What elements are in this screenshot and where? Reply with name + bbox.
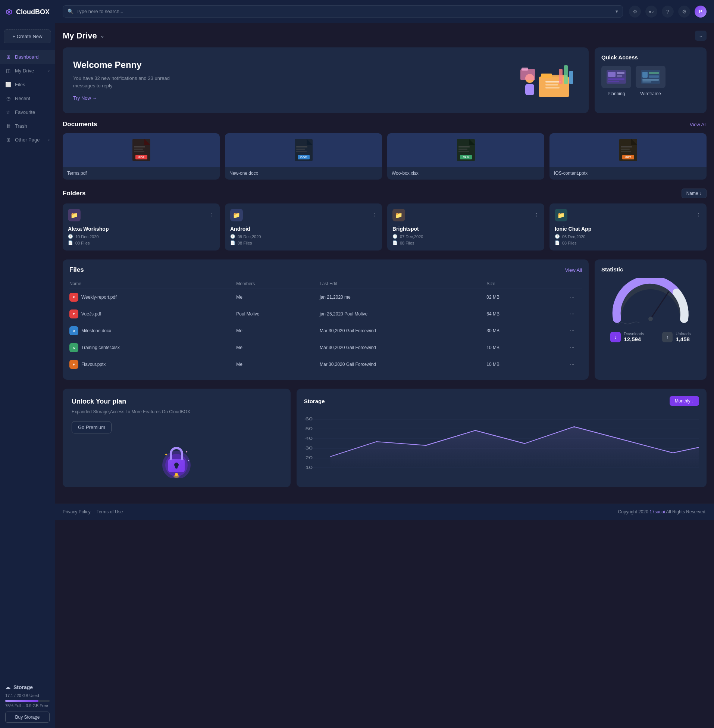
folder-card-ionic[interactable]: 📁 ⋮ Ionic Chat App 🕐 06 Dec,2020 📄 08 Fi… [549, 203, 706, 251]
quick-access-item-planning[interactable]: Planning [602, 66, 631, 96]
page-title-dropdown-button[interactable]: ⌄ [695, 31, 706, 41]
svg-rect-31 [134, 146, 145, 147]
svg-rect-32 [134, 149, 143, 150]
svg-rect-55 [621, 146, 632, 147]
row-more-btn[interactable]: ⋯ [570, 311, 582, 317]
search-input[interactable] [76, 9, 612, 14]
avatar[interactable]: P [694, 6, 706, 18]
files-view-all-link[interactable]: View All [565, 267, 582, 273]
folder-more-android[interactable]: ⋮ [372, 212, 377, 218]
folder-card-top-brightspot: 📁 ⋮ [393, 209, 539, 221]
file-size: 10 MB [486, 345, 570, 350]
upload-icon: ↑ [662, 332, 673, 342]
header: 🔍 ▾ ⚙ ●○ ? ⚙ P [55, 0, 714, 23]
folder-files-brightspot: 📄 08 Files [393, 241, 539, 245]
doc-thumb-doc: DOC [225, 133, 382, 167]
buy-storage-button[interactable]: Buy Storage [5, 711, 50, 723]
svg-rect-15 [522, 68, 528, 71]
svg-text:30: 30 [305, 446, 313, 450]
clock-icon: 🕐 [68, 234, 73, 239]
folders-sort-button[interactable]: Name ↓ [681, 188, 706, 198]
svg-rect-19 [617, 75, 622, 77]
doc-card-xls[interactable]: XLS Woo-box.xlsx [387, 133, 544, 180]
sidebar-item-recent[interactable]: ◷ Recent [0, 92, 55, 105]
svg-rect-10 [525, 84, 534, 95]
help-icon-btn[interactable]: ? [662, 6, 674, 18]
settings-icon-btn[interactable]: ⚙ [629, 6, 641, 18]
table-row[interactable]: D Milestone.docx Me Mar 30,2020 Gail For… [69, 323, 582, 339]
folder-icon-brightspot: 📁 [393, 209, 405, 221]
folder-files-alexa: 📄 08 Files [68, 241, 214, 245]
statistic-card: Statistic [595, 259, 706, 380]
sidebar-item-trash[interactable]: 🗑 Trash [0, 119, 55, 133]
table-row[interactable]: P VueJs.pdf Poul Molive jan 25,2020 Poul… [69, 306, 582, 323]
svg-rect-56 [621, 149, 630, 150]
row-more-btn[interactable]: ⋯ [570, 295, 582, 300]
folder-card-android[interactable]: 📁 ⋮ Android 🕐 09 Dec,2020 📄 08 Files [225, 203, 382, 251]
create-new-button[interactable]: + Create New [4, 30, 51, 43]
svg-text:Feb: Feb [371, 471, 382, 472]
file-members: Me [236, 328, 320, 333]
folder-card-brightspot[interactable]: 📁 ⋮ Brightspot 🕐 07 Dec,2020 📄 08 Files [387, 203, 544, 251]
svg-rect-49 [459, 151, 469, 152]
documents-view-all-link[interactable]: View All [690, 122, 706, 127]
svg-rect-27 [642, 81, 651, 83]
row-more-btn[interactable]: ⋯ [570, 362, 582, 367]
file-name-cell: P VueJs.pdf [69, 310, 236, 319]
doc-card-ppt[interactable]: PPT IOS-content.pptx [549, 133, 706, 180]
table-row[interactable]: P Flavour.pptx Me Mar 30,2020 Gail Force… [69, 356, 582, 373]
doc-name-pdf: Terms.pdf [63, 167, 220, 180]
svg-rect-13 [569, 71, 573, 84]
sidebar-item-files[interactable]: ⬜ Files [0, 78, 55, 92]
file-size: 02 MB [486, 295, 570, 300]
documents-title: Documents [63, 120, 98, 128]
table-row[interactable]: P Weekly-report.pdf Me jan 21,2020 me 02… [69, 289, 582, 306]
try-now-link[interactable]: Try Now → [73, 95, 178, 101]
sidebar-item-favourite[interactable]: ☆ Favourite [0, 105, 55, 119]
svg-rect-6 [545, 81, 561, 83]
row-more-btn[interactable]: ⋯ [570, 328, 582, 333]
storage-used-label: 17.1 / 20 GB Used [5, 693, 50, 698]
doc-thumb-pdf: PDF [63, 133, 220, 167]
table-row[interactable]: X Training center.xlsx Me Mar 30,2020 Ga… [69, 339, 582, 356]
bottom-section: Unlock Your plan Expanded Storage,Access… [63, 389, 706, 487]
more-settings-icon-btn[interactable]: ⚙ [678, 6, 690, 18]
file-name: Training center.xlsx [81, 345, 120, 350]
svg-text:Jan: Jan [321, 471, 332, 472]
folder-icon-ionic: 📁 [555, 209, 567, 221]
terms-link[interactable]: Terms of Use [97, 509, 123, 514]
chart-svg: 60 50 40 30 20 10 [304, 412, 699, 472]
svg-rect-24 [649, 72, 659, 74]
file-size: 64 MB [486, 311, 570, 317]
welcome-section: Welcome Penny You have 32 new notificati… [63, 47, 706, 113]
quick-access-card: Quick Access [595, 47, 706, 113]
folder-date-android: 🕐 09 Dec,2020 [230, 234, 377, 239]
svg-text:XLS: XLS [463, 156, 469, 159]
folder-more-brightspot[interactable]: ⋮ [534, 212, 539, 218]
quick-access-item-wireframe[interactable]: Wireframe [636, 66, 666, 96]
logo-area: CloudBOX [0, 0, 55, 24]
quick-access-thumb-planning [602, 66, 631, 88]
toggle-icon-btn[interactable]: ●○ [645, 6, 657, 18]
gauge-svg [609, 278, 692, 326]
go-premium-button[interactable]: Go Premium [72, 421, 111, 433]
sidebar-item-dashboard[interactable]: ⊞ Dashboard [0, 50, 55, 64]
welcome-illustration [519, 58, 578, 103]
folder-more-ionic[interactable]: ⋮ [696, 212, 701, 218]
recent-icon: ◷ [5, 96, 11, 101]
doc-card-pdf[interactable]: PDF Terms.pdf [63, 133, 220, 180]
folder-card-alexa[interactable]: 📁 ⋮ Alexa Workshop 🕐 10 Dec,2020 📄 08 Fi… [63, 203, 220, 251]
row-more-btn[interactable]: ⋯ [570, 345, 582, 350]
folder-date-brightspot: 🕐 07 Dec,2020 [393, 234, 539, 239]
sidebar-item-other-page[interactable]: ⊞ Other Page › [0, 133, 55, 147]
main-content: 🔍 ▾ ⚙ ●○ ? ⚙ P My Drive ⌄ ⌄ Welcome Penn… [55, 0, 714, 520]
sidebar-item-my-drive[interactable]: ◫ My Drive › [0, 64, 55, 78]
monthly-dropdown-button[interactable]: Monthly ↓ [670, 396, 699, 406]
doc-card-doc[interactable]: DOC New-one.docx [225, 133, 382, 180]
folder-more-alexa[interactable]: ⋮ [209, 212, 214, 218]
privacy-policy-link[interactable]: Privacy Policy [63, 509, 91, 514]
file-last-edit: Mar 30,2020 Gail Forcewind [320, 345, 486, 350]
search-dropdown-icon[interactable]: ▾ [615, 9, 618, 14]
page-title-chevron-icon[interactable]: ⌄ [100, 33, 105, 39]
file-icon-pdf: PDF [132, 139, 150, 161]
